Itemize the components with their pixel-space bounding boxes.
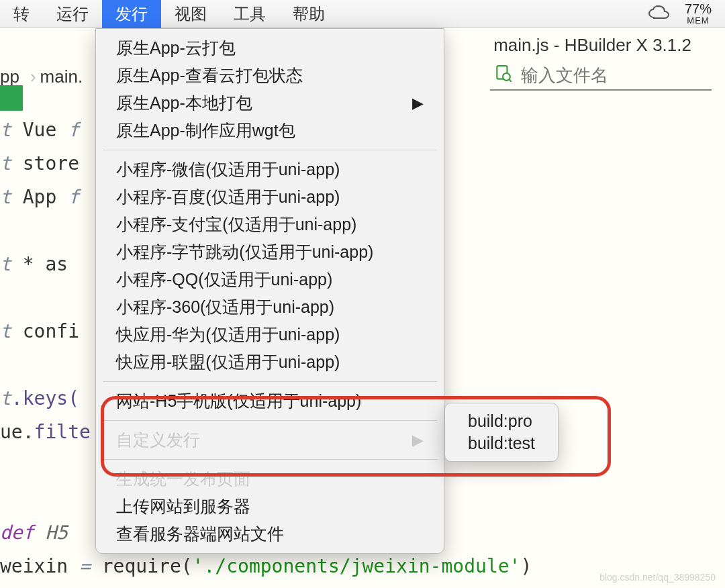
menu-help[interactable]: 帮助 — [279, 0, 338, 29]
dd-native-cloud[interactable]: 原生App-云打包 — [96, 34, 444, 62]
svg-line-2 — [510, 79, 512, 81]
menu-publish[interactable]: 发行 — [102, 0, 161, 29]
mem-indicator: 77% MEM — [685, 2, 712, 26]
breadcrumb-seg1[interactable]: pp — [0, 66, 26, 87]
dd-h5[interactable]: 网站-H5手机版(仅适用于uni-app) — [96, 387, 444, 415]
dd-mp-bytedance[interactable]: 小程序-字节跳动(仅适用于uni-app) — [96, 238, 444, 266]
breadcrumb-seg2[interactable]: main. — [40, 66, 83, 87]
submenu-build-pro[interactable]: build:pro — [463, 410, 540, 432]
breadcrumb-sep: › — [26, 66, 40, 87]
dd-sep — [103, 150, 437, 150]
dd-mp-weixin[interactable]: 小程序-微信(仅适用于uni-app) — [96, 156, 444, 183]
dd-mp-qq[interactable]: 小程序-QQ(仅适用于uni-app) — [96, 266, 444, 293]
dd-quick-union[interactable]: 快应用-联盟(仅适用于uni-app) — [96, 348, 444, 376]
menu-run[interactable]: 运行 — [43, 0, 102, 29]
chevron-right-icon: ▶ — [412, 432, 424, 449]
menubar: 转 运行 发行 视图 工具 帮助 77% MEM — [0, 0, 725, 28]
chevron-right-icon: ▶ — [412, 95, 424, 112]
dd-native-cloud-status[interactable]: 原生App-查看云打包状态 — [96, 62, 444, 89]
dd-quick-huawei[interactable]: 快应用-华为(仅适用于uni-app) — [96, 321, 444, 348]
green-marker — [0, 85, 23, 111]
dd-native-local[interactable]: 原生App-本地打包▶ — [96, 89, 444, 117]
dd-mp-360[interactable]: 小程序-360(仅适用于uni-app) — [96, 293, 444, 321]
mem-label: MEM — [685, 16, 712, 26]
dd-sep — [103, 459, 437, 460]
watermark: blog.csdn.net/qq_38998250 — [599, 572, 716, 583]
dd-upload-server[interactable]: 上传网站到服务器 — [96, 493, 444, 520]
publish-dropdown: 原生App-云打包 原生App-查看云打包状态 原生App-本地打包▶ 原生Ap… — [95, 28, 444, 554]
file-search-icon — [494, 64, 512, 87]
cloud-icon — [647, 5, 671, 21]
menu-tools[interactable]: 工具 — [220, 0, 279, 29]
dd-unified-page: 生成统一发布页面 — [96, 465, 444, 493]
file-search-input[interactable] — [521, 65, 695, 86]
svg-point-1 — [503, 73, 510, 81]
dd-view-server-files[interactable]: 查看服务器端网站文件 — [96, 520, 444, 548]
file-search[interactable] — [490, 63, 712, 91]
dd-native-wgt[interactable]: 原生App-制作应用wgt包 — [96, 117, 444, 144]
mem-pct: 77% — [685, 2, 712, 16]
menu-view[interactable]: 视图 — [161, 0, 220, 29]
dd-mp-alipay[interactable]: 小程序-支付宝(仅适用于uni-app) — [96, 211, 444, 238]
submenu-build-test[interactable]: build:test — [463, 432, 540, 454]
menu-zhuan[interactable]: 转 — [0, 0, 43, 29]
dd-custom-publish[interactable]: 自定义发行▶ — [96, 426, 444, 454]
dd-sep — [103, 420, 437, 421]
dd-sep — [103, 381, 437, 382]
custom-publish-submenu: build:pro build:test — [444, 403, 559, 462]
dd-mp-baidu[interactable]: 小程序-百度(仅适用于uni-app) — [96, 183, 444, 211]
